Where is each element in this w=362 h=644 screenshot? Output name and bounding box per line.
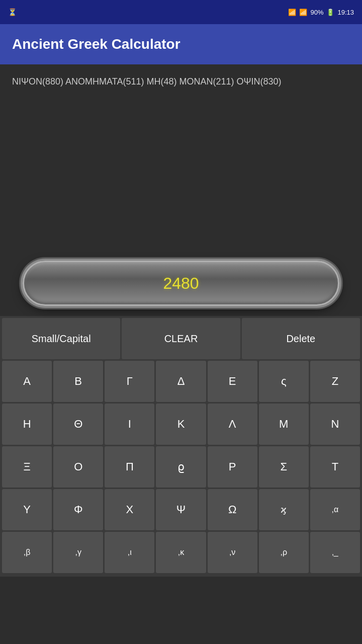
key-beta[interactable]: Β: [53, 361, 103, 402]
key-special8[interactable]: ,ρ: [259, 532, 309, 573]
key-epsilon[interactable]: Ε: [208, 361, 257, 402]
small-capital-button[interactable]: Small/Capital: [2, 318, 120, 359]
word-list: ΝΙΨΟΝ(880) ΑΝΟΜΗΜΑΤΑ(511) ΜΗ(48) ΜΟΝΑΝ(2…: [12, 74, 350, 89]
key-sigma[interactable]: Σ: [259, 446, 309, 488]
key-eta[interactable]: Η: [2, 404, 52, 445]
app-title: Ancient Greek Calculator: [12, 36, 180, 52]
key-xi[interactable]: Ξ: [2, 446, 52, 488]
key-stigma[interactable]: ς: [259, 361, 309, 402]
status-bar: ⏳ 📶 📶 90% 🔋 19:13: [0, 0, 362, 24]
battery-text: 90%: [310, 9, 323, 16]
key-special6[interactable]: ,κ: [156, 532, 206, 573]
app-bar: Ancient Greek Calculator: [0, 24, 362, 64]
key-tau[interactable]: Τ: [310, 446, 360, 488]
main-content: ΝΙΨΟΝ(880) ΑΝΟΜΗΜΑΤΑ(511) ΜΗ(48) ΜΟΝΑΝ(2…: [0, 64, 362, 256]
key-row-4: Υ Φ Χ Ψ Ω ϗ ,α: [2, 489, 360, 530]
key-mu[interactable]: Μ: [259, 404, 309, 445]
top-row: Small/Capital CLEAR Delete: [2, 318, 360, 359]
display-section: 2480: [0, 256, 362, 316]
keyboard: Small/Capital CLEAR Delete Α Β Γ Δ Ε ς Ζ…: [0, 316, 362, 577]
key-gamma[interactable]: Γ: [105, 361, 154, 402]
signal-icon: 📶: [299, 9, 307, 16]
key-lambda[interactable]: Λ: [208, 404, 257, 445]
key-rho-variant[interactable]: ϱ: [156, 446, 206, 488]
key-phi[interactable]: Φ: [53, 489, 103, 530]
key-special3[interactable]: ,β: [2, 532, 52, 573]
key-upsilon[interactable]: Υ: [2, 489, 52, 530]
key-special9[interactable]: ‚_: [310, 532, 360, 573]
battery-icon: 🔋: [326, 9, 334, 16]
key-omicron[interactable]: Ο: [53, 446, 103, 488]
clock: 19:13: [337, 9, 354, 16]
key-kappa[interactable]: Κ: [156, 404, 206, 445]
key-special1[interactable]: ϗ: [259, 489, 309, 530]
key-row-3: Ξ Ο Π ϱ Ρ Σ Τ: [2, 446, 360, 488]
status-right: 📶 📶 90% 🔋 19:13: [288, 9, 354, 16]
key-nu[interactable]: Ν: [310, 404, 360, 445]
delete-button[interactable]: Delete: [242, 318, 360, 359]
key-pi[interactable]: Π: [105, 446, 154, 488]
key-special4[interactable]: ,γ: [53, 532, 103, 573]
key-theta[interactable]: Θ: [53, 404, 103, 445]
display-pill: 2480: [23, 261, 339, 306]
wifi-icon: 📶: [288, 9, 296, 16]
key-omega[interactable]: Ω: [208, 489, 257, 530]
key-alpha[interactable]: Α: [2, 361, 52, 402]
key-row-1: Α Β Γ Δ Ε ς Ζ: [2, 361, 360, 402]
display-value: 2480: [163, 274, 199, 293]
key-row-2: Η Θ Ι Κ Λ Μ Ν: [2, 404, 360, 445]
status-left: ⏳: [8, 8, 17, 16]
key-psi[interactable]: Ψ: [156, 489, 206, 530]
key-rho[interactable]: Ρ: [208, 446, 257, 488]
key-row-5: ,β ,γ ,ι ,κ ,ν ,ρ ‚_: [2, 532, 360, 573]
key-special5[interactable]: ,ι: [105, 532, 154, 573]
key-zeta[interactable]: Ζ: [310, 361, 360, 402]
key-chi[interactable]: Χ: [105, 489, 154, 530]
hourglass-icon: ⏳: [8, 8, 17, 16]
key-special2[interactable]: ,α: [310, 489, 360, 530]
clear-button[interactable]: CLEAR: [122, 318, 240, 359]
key-special7[interactable]: ,ν: [208, 532, 257, 573]
key-delta[interactable]: Δ: [156, 361, 206, 402]
key-iota[interactable]: Ι: [105, 404, 154, 445]
